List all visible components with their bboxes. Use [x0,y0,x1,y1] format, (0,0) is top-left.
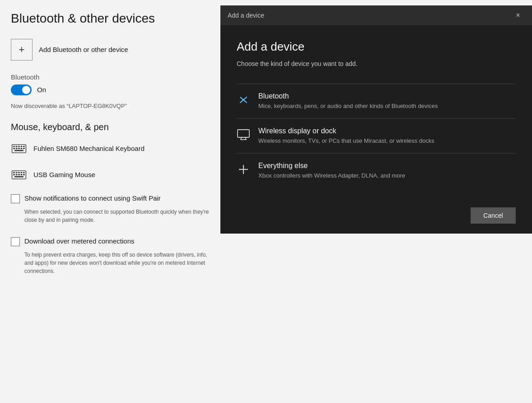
dialog-body: Add a device Choose the kind of device y… [220,25,532,201]
everything-else-text: Everything else Xbox controllers with Wi… [258,162,405,180]
option-everything-else[interactable]: Everything else Xbox controllers with Wi… [237,153,516,188]
wireless-option-icon [237,128,250,141]
option-bluetooth[interactable]: Bluetooth Mice, keyboards, pens, or audi… [237,84,516,118]
svg-rect-15 [18,172,20,173]
option-wireless[interactable]: Wireless display or dock Wireless monito… [237,118,516,153]
svg-rect-5 [23,145,25,147]
dialog-titlebar: Add a device × [220,5,532,25]
devices-section-heading: Mouse, keyboard, & pen [11,122,210,132]
metered-label: Download over metered connections [24,237,134,246]
dialog-close-button[interactable]: × [511,9,525,22]
dialog-heading: Add a device [237,40,516,54]
add-icon: + [11,39,33,61]
device-name-mouse: USB Gaming Mouse [33,171,95,178]
dialog-subtitle: Choose the kind of device you want to ad… [237,60,516,67]
swift-pair-row: Show notifications to connect using Swif… [11,194,210,203]
svg-rect-3 [18,145,20,147]
add-device-dialog: Add a device × Add a device Choose the k… [220,5,532,234]
svg-rect-17 [23,172,25,173]
page-title: Bluetooth & other devices [11,11,210,26]
add-device-label: Add Bluetooth or other device [39,46,128,53]
bluetooth-option-text: Bluetooth Mice, keyboards, pens, or audi… [258,92,438,110]
svg-rect-7 [16,148,18,149]
device-item-keyboard: Fuhlen SM680 Mechanical Keyboard [11,141,210,157]
bluetooth-toggle-row: On [11,84,210,95]
svg-rect-10 [23,148,25,149]
svg-rect-4 [21,145,23,147]
swift-pair-helper: When selected, you can connect to suppor… [24,208,210,224]
metered-checkbox[interactable] [11,237,20,246]
device-item-mouse: USB Gaming Mouse [11,167,210,183]
keyboard-icon [11,141,27,157]
metered-helper: To help prevent extra charges, keep this… [24,251,210,275]
svg-rect-14 [16,172,18,173]
bluetooth-toggle[interactable] [11,84,32,95]
metered-row: Download over metered connections [11,237,210,246]
bluetooth-label: Bluetooth [11,73,210,81]
svg-rect-6 [13,148,15,149]
wireless-option-name: Wireless display or dock [258,127,434,135]
bluetooth-toggle-state: On [37,86,46,94]
bluetooth-option-desc: Mice, keyboards, pens, or audio and othe… [258,102,438,110]
everything-else-desc: Xbox controllers with Wireless Adapter, … [258,172,405,180]
wireless-option-desc: Wireless monitors, TVs, or PCs that use … [258,137,434,145]
dialog-footer: Cancel [220,201,532,234]
cancel-button[interactable]: Cancel [471,207,516,224]
svg-rect-19 [16,174,18,175]
svg-rect-11 [14,150,23,151]
wireless-option-text: Wireless display or dock Wireless monito… [258,127,434,145]
bluetooth-option-icon [237,93,250,107]
svg-rect-1 [13,145,15,147]
svg-rect-2 [16,145,18,147]
swift-pair-checkbox[interactable] [11,194,20,203]
svg-rect-22 [23,174,25,175]
swift-pair-label: Show notifications to connect using Swif… [24,194,161,203]
add-bluetooth-button[interactable]: + Add Bluetooth or other device [11,39,128,61]
toggle-knob [22,86,30,94]
everything-else-icon [237,163,250,176]
svg-rect-18 [13,174,15,175]
left-panel: Bluetooth & other devices + Add Bluetoot… [0,0,221,403]
everything-else-name: Everything else [258,162,405,170]
svg-rect-13 [13,172,15,173]
mouse-icon [11,167,27,183]
svg-rect-21 [21,174,23,175]
svg-rect-20 [18,174,20,175]
bluetooth-option-name: Bluetooth [258,92,438,100]
svg-rect-24 [238,130,249,137]
discoverable-text: Now discoverable as “LAPTOP-EG8K0VQP” [11,103,210,109]
svg-rect-23 [14,176,23,177]
svg-rect-9 [21,148,23,149]
device-name-keyboard: Fuhlen SM680 Mechanical Keyboard [33,145,145,152]
svg-rect-8 [18,148,20,149]
svg-rect-16 [21,172,23,173]
dialog-titlebar-text: Add a device [228,12,264,19]
plus-icon: + [19,44,25,56]
